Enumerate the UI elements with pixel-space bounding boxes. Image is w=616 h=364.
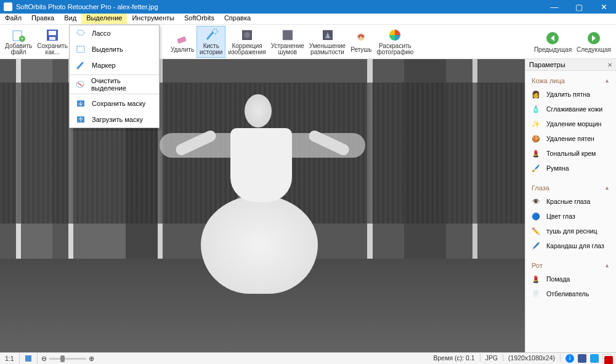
menu-tools[interactable]: Инструменты xyxy=(127,14,179,24)
prev-icon xyxy=(545,31,560,46)
item-eye-color[interactable]: 🔵Цвет глаз xyxy=(529,209,612,224)
dd-save-mask[interactable]: Сохранить маску xyxy=(70,95,159,111)
correction-icon xyxy=(240,28,254,42)
svg-line-22 xyxy=(78,83,83,86)
status-format: JPG xyxy=(480,354,503,362)
retouch-icon xyxy=(354,31,368,46)
sharpen-icon xyxy=(320,28,335,42)
statusbar: 1:1 ⊖ ⊕ Время (с): 0.1 JPG (1920x1080x24… xyxy=(0,352,616,364)
item-stain[interactable]: 🍪Удаление пятен xyxy=(529,131,612,146)
svg-rect-20 xyxy=(77,46,84,52)
dd-load-mask[interactable]: Загрузить маску xyxy=(70,111,159,127)
zoom-slider[interactable]: ⊖ ⊕ xyxy=(38,355,98,362)
youtube-icon[interactable] xyxy=(602,354,611,363)
mascara-icon: ✏️ xyxy=(530,226,541,236)
item-foundation[interactable]: 💄Тональный крем xyxy=(529,146,612,161)
sharpen-button[interactable]: Уменьшение размытости xyxy=(307,26,348,57)
delete-button[interactable]: Удалить xyxy=(168,30,197,54)
noise-icon xyxy=(280,28,295,42)
menubar: Файл Правка Вид Выделение Инструменты So… xyxy=(0,14,616,25)
svg-rect-10 xyxy=(283,30,293,40)
lipstick-icon: 💄 xyxy=(530,274,541,284)
dd-clear[interactable]: Очистить выделение xyxy=(70,76,159,92)
wand-icon: ✨ xyxy=(530,119,541,129)
menu-help[interactable]: Справка xyxy=(219,14,256,24)
save-mask-icon xyxy=(75,99,87,108)
twitter-icon[interactable] xyxy=(590,354,599,363)
panel-close-icon[interactable]: ✕ xyxy=(607,62,612,68)
menu-edit[interactable]: Правка xyxy=(26,14,59,24)
window-controls: — ▢ ✕ xyxy=(542,0,616,14)
dd-lasso[interactable]: Лассо xyxy=(70,25,159,41)
stain-icon: 🍪 xyxy=(530,134,541,144)
menu-selection[interactable]: Выделение xyxy=(81,14,127,24)
dd-separator xyxy=(70,94,159,94)
close-button[interactable]: ✕ xyxy=(591,0,616,14)
svg-point-7 xyxy=(213,29,217,34)
collapse-icon: ▲ xyxy=(604,185,610,191)
save-icon xyxy=(45,28,60,42)
item-remove-spots[interactable]: 👩Удалить пятна xyxy=(529,87,612,102)
fit-button[interactable] xyxy=(20,353,38,364)
collapse-icon: ▲ xyxy=(604,78,610,84)
item-mascara[interactable]: ✏️тушь для ресниц xyxy=(529,224,612,238)
zoom-ratio[interactable]: 1:1 xyxy=(0,353,20,364)
clear-selection-icon xyxy=(75,79,86,89)
item-red-eye[interactable]: 👁️Красные глаза xyxy=(529,194,612,209)
svg-rect-5 xyxy=(49,37,55,40)
save-as-button[interactable]: Сохранить как... xyxy=(34,26,70,57)
foundation-icon: 💄 xyxy=(530,148,541,158)
svg-rect-6 xyxy=(177,36,187,43)
select-icon xyxy=(75,44,87,54)
zoom-out-icon[interactable]: ⊖ xyxy=(41,355,47,362)
parameters-panel: Параметры ✕ Кожа лица▲ 👩Удалить пятна 🧴С… xyxy=(525,59,616,352)
noise-removal-button[interactable]: Устранение шумов xyxy=(269,26,307,57)
item-whitener[interactable]: 🦷Отбеливатель xyxy=(529,286,612,301)
tooth-icon: 🦷 xyxy=(530,289,541,299)
zoom-in-icon[interactable]: ⊕ xyxy=(89,355,94,362)
next-icon xyxy=(586,31,601,46)
menu-file[interactable]: Файл xyxy=(0,14,26,24)
brush-icon xyxy=(204,28,219,42)
menu-softorbits[interactable]: SoftOrbits xyxy=(179,14,219,24)
group-face[interactable]: Кожа лица▲ xyxy=(529,73,612,87)
selection-dropdown: Лассо Выделить Маркер Очистить выделение… xyxy=(69,25,160,128)
item-skin-smooth[interactable]: 🧴Сглаживание кожи xyxy=(529,102,612,116)
lasso-icon xyxy=(75,28,87,38)
item-wrinkle[interactable]: ✨Удаление морщин xyxy=(529,116,612,131)
svg-rect-25 xyxy=(25,355,31,362)
eyeliner-icon: 🖊️ xyxy=(530,241,541,251)
svg-point-14 xyxy=(359,36,360,38)
facebook-icon[interactable] xyxy=(578,354,586,363)
dd-marker[interactable]: Маркер xyxy=(70,57,159,73)
add-file-icon: + xyxy=(11,28,26,42)
svg-point-15 xyxy=(362,36,363,38)
status-time: Время (с): 0.1 xyxy=(429,354,480,362)
next-button[interactable]: Следующая xyxy=(574,30,614,54)
colorize-button[interactable]: Раскрасить фотографию xyxy=(375,26,416,57)
svg-point-9 xyxy=(244,32,250,38)
menu-view[interactable]: Вид xyxy=(59,14,81,24)
maximize-button[interactable]: ▢ xyxy=(567,0,591,14)
item-eyeliner[interactable]: 🖊️Карандаш для глаз xyxy=(529,238,612,253)
item-blush[interactable]: 🖌️Румяна xyxy=(529,161,612,176)
social-links: i xyxy=(561,354,616,363)
dd-select[interactable]: Выделить xyxy=(70,41,159,57)
minimize-button[interactable]: — xyxy=(542,0,567,14)
add-file-button[interactable]: + Добавить файл xyxy=(2,26,34,57)
retouch-button[interactable]: Ретушь xyxy=(348,30,374,54)
history-brush-button[interactable]: Кисть истории xyxy=(197,26,225,58)
dd-separator xyxy=(70,75,159,75)
svg-rect-4 xyxy=(49,31,56,35)
group-mouth[interactable]: Рот▲ xyxy=(529,258,612,272)
collapse-icon: ▲ xyxy=(604,262,610,269)
titlebar: SoftOrbits Photo Retoucher Pro - alex-fe… xyxy=(0,0,616,14)
info-icon[interactable]: i xyxy=(565,354,574,363)
image-correction-button[interactable]: Коррекция изображения xyxy=(225,26,268,57)
prev-button[interactable]: Предыдущая xyxy=(532,30,574,54)
eraser-icon xyxy=(175,31,190,46)
status-dimensions: (1920x1080x24) xyxy=(503,354,561,362)
colorize-icon xyxy=(387,28,402,42)
group-eyes[interactable]: Глаза▲ xyxy=(529,180,612,194)
item-lipstick[interactable]: 💄Помада xyxy=(529,272,612,286)
